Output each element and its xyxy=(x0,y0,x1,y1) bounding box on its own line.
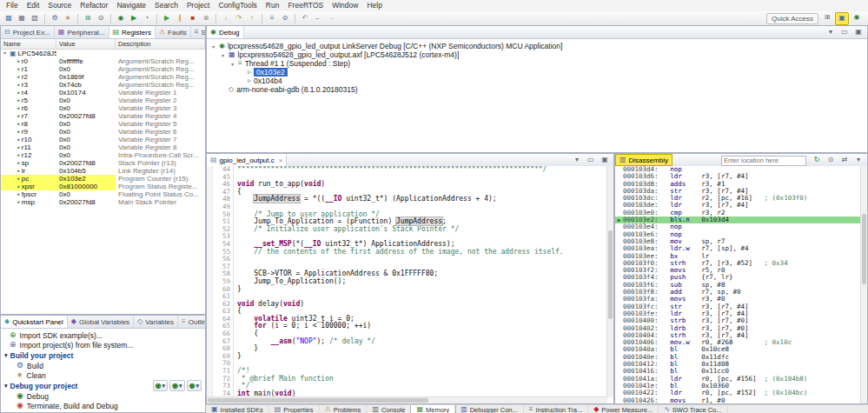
search-icon[interactable]: ⊙ xyxy=(95,13,107,24)
minimize-icon[interactable]: ▭ xyxy=(585,155,597,166)
debug-tree-row[interactable]: ▾▦lpcxpresso54628_gpio_led_output.axf [L… xyxy=(207,50,867,59)
register-row[interactable]: ▪r50x0Variable Register 2 xyxy=(1,97,205,104)
tab-global-variables[interactable]: ◆Global Variables xyxy=(68,316,134,328)
tab-faults[interactable]: ⚠Faults xyxy=(156,26,191,38)
column-header-name[interactable]: Name xyxy=(1,39,56,49)
quickstart-item[interactable]: ⊕Import SDK example(s)... xyxy=(1,330,205,340)
bottom-tab-swo-trace-co-[interactable]: ∿SWO Trace Co... xyxy=(659,405,727,413)
new-c-file-icon[interactable]: ⊞ xyxy=(82,13,94,24)
register-row[interactable]: ▪xpsr0x81000000Program Status Registe... xyxy=(1,183,205,190)
disassembly-body[interactable]: 000103d4: nop000103d6: ldr r3, [r7, #4]0… xyxy=(615,166,861,403)
register-row[interactable]: ▪r120x0Intra-Procedure-Call Scr... xyxy=(1,151,205,159)
build-icon[interactable]: ⚙ xyxy=(49,13,61,24)
expander-icon[interactable]: ▾ xyxy=(220,52,226,58)
debug-tree-row[interactable]: ▾◉lpcxpresso54628_gpio_led_output LinkSe… xyxy=(207,42,867,50)
editor-horizontal-scrollbar[interactable] xyxy=(207,396,607,403)
menu-file[interactable]: File xyxy=(2,0,23,11)
debug-icon[interactable]: ◉ xyxy=(115,13,127,24)
debug-dropdown-icon[interactable]: ◉▾ xyxy=(187,380,202,391)
register-row[interactable]: ▪lr0x104b5Link Register (r14) xyxy=(1,167,205,175)
bottom-tab-debugger-con-[interactable]: ▥Debugger Con... xyxy=(455,405,524,413)
view-menu-icon[interactable]: ▾ xyxy=(825,27,837,38)
menu-help[interactable]: Help xyxy=(362,0,386,11)
open-perspective-icon[interactable]: ⊞ xyxy=(821,12,833,23)
register-row[interactable]: ▪r80x0Variable Register 5 xyxy=(1,120,205,128)
scrollbar-thumb[interactable] xyxy=(862,214,866,285)
register-row[interactable]: ▪r60x0Variable Register 3 xyxy=(1,104,205,112)
expander-icon[interactable]: ▾ xyxy=(210,43,216,50)
quickstart-section[interactable]: ▾Build your project xyxy=(1,350,205,361)
register-row[interactable]: ▪pc0x103e2Program Counter (r15) xyxy=(1,175,205,183)
debug-perspective-icon[interactable]: ◉ xyxy=(851,12,863,23)
step-over-icon[interactable]: ↷ xyxy=(233,13,245,24)
register-row[interactable]: ▾▣LPC54628J512 (cort... xyxy=(1,50,205,57)
step-return-icon[interactable]: ↑ xyxy=(246,13,258,24)
maximize-icon[interactable]: ▣ xyxy=(852,27,865,38)
breakpoint-toggle-icon[interactable]: ⊘ xyxy=(279,13,291,24)
menu-edit[interactable]: Edit xyxy=(23,0,44,11)
menu-source[interactable]: Source xyxy=(43,0,76,11)
bottom-tab-power-measure-[interactable]: ◆Power Measure... xyxy=(588,405,659,413)
debug-tree-row[interactable]: ▹0x103e2 xyxy=(207,68,867,77)
minimize-icon[interactable]: ▭ xyxy=(838,27,851,38)
register-row[interactable]: ▪r110x0Variable Register 8 xyxy=(1,143,205,151)
instruction-stepping-icon[interactable]: ≡ xyxy=(266,13,278,24)
quick-access-button[interactable]: Quick Access xyxy=(766,13,818,24)
terminate-icon[interactable]: ■ xyxy=(187,13,199,24)
tab-editor-gpio-led-output-c[interactable]: ▤ gpio_led_output.c × xyxy=(207,154,287,166)
scrollbar-thumb[interactable] xyxy=(208,398,428,403)
debug-dropdown-icon[interactable]: ◉▾ xyxy=(153,380,169,391)
scrollbar-thumb[interactable] xyxy=(608,230,613,318)
menu-navigate[interactable]: Navigate xyxy=(112,0,150,11)
clean-icon[interactable]: ∗ xyxy=(62,13,74,24)
register-row[interactable]: ▪r10x0Argument/Scratch Reg... xyxy=(1,65,205,73)
menu-run[interactable]: Run xyxy=(262,0,284,11)
register-row[interactable]: ▪r70x20027fd8Variable Register 4 xyxy=(1,112,205,120)
suspend-icon[interactable]: ∥ xyxy=(174,13,186,24)
tab-disassembly[interactable]: ▥ Disassembly xyxy=(615,154,673,166)
quickstart-item[interactable]: ◉Terminate, Build and Debug xyxy=(1,401,205,410)
bottom-tab-installed-sdks[interactable]: ▣Installed SDKs xyxy=(206,405,269,413)
quickstart-item[interactable]: ∗Clean xyxy=(1,370,205,380)
last-edit-icon[interactable]: ↶ xyxy=(299,13,311,24)
debug-dropdown-icon[interactable]: ◉▾ xyxy=(169,380,185,391)
quickstart-item[interactable]: ⚙Build xyxy=(1,361,205,370)
menu-search[interactable]: Search xyxy=(150,0,182,11)
forward-icon[interactable]: → xyxy=(325,13,337,24)
register-row[interactable]: ▪sp0x20027fd8Stack Pointer (r13) xyxy=(1,159,205,167)
bottom-tab-instruction-tra-[interactable]: ≡Instruction Tra... xyxy=(524,405,588,413)
register-row[interactable]: ▪r100x0Variable Register 7 xyxy=(1,136,205,143)
menu-freertos[interactable]: FreeRTOS xyxy=(283,0,328,11)
column-header-value[interactable]: Value xyxy=(56,39,116,49)
menu-project[interactable]: Project xyxy=(182,0,214,11)
save-all-icon[interactable]: ▧ xyxy=(29,13,41,24)
new-wizard-icon[interactable]: ▩ xyxy=(3,13,15,24)
profile-icon[interactable]: ◔ xyxy=(141,13,153,24)
disconnect-icon[interactable]: ⊗ xyxy=(200,13,212,24)
register-row[interactable]: ▪fpscr0x0Floating Point Status Co... xyxy=(1,190,205,198)
location-input[interactable] xyxy=(721,156,806,166)
menu-configtools[interactable]: ConfigTools xyxy=(214,0,261,11)
register-row[interactable]: ▪r00xfffffffeArgument/Scratch Reg... xyxy=(1,57,205,65)
tab-quickstart-panel[interactable]: ◈Quickstart Panel xyxy=(1,316,68,328)
tab-peripheral-[interactable]: ▦Peripheral... xyxy=(55,26,109,38)
view-menu-icon[interactable]: ▾ xyxy=(571,155,583,166)
scroll-lock-icon[interactable]: ⊙ xyxy=(825,155,837,166)
tab-project-ex-[interactable]: ⊟Project Ex... xyxy=(1,26,55,38)
tab-variables[interactable]: ◇Variables xyxy=(134,316,178,328)
register-row[interactable]: ▪r90x0Variable Register 6 xyxy=(1,128,205,136)
quickstart-section[interactable]: ▾Debug your project◉▾◉▾◉▾ xyxy=(1,380,205,391)
bottom-tab-problems[interactable]: ⚠Problems xyxy=(320,405,368,413)
column-header-description[interactable]: Description xyxy=(116,39,205,49)
register-row[interactable]: ▪r20x1869fArgument/Scratch Reg... xyxy=(1,73,205,81)
quickstart-item[interactable]: ⊕Import project(s) from file system... xyxy=(1,340,205,350)
linked-icon[interactable]: ⇄ xyxy=(838,155,851,166)
quickstart-item[interactable]: ◉Debug xyxy=(1,391,205,401)
expander-icon[interactable]: ▾ xyxy=(2,50,8,57)
bottom-tab-console[interactable]: ▥Console xyxy=(367,405,411,413)
expander-icon[interactable]: ▾ xyxy=(229,61,235,67)
resume-icon[interactable]: ▶ xyxy=(161,13,173,24)
editor-gutter[interactable]: 4445464748495051525354555657585960616263… xyxy=(213,166,234,397)
refresh-icon[interactable]: ↻ xyxy=(811,155,823,166)
bottom-tab-memory[interactable]: ▦Memory xyxy=(411,405,455,413)
